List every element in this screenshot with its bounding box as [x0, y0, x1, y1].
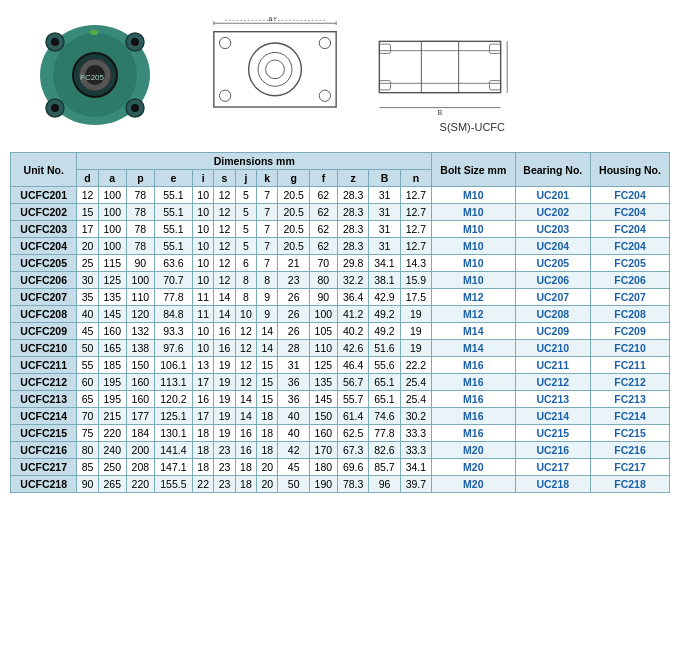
table-cell: UC207	[515, 289, 590, 306]
table-cell: 25	[77, 255, 98, 272]
table-cell: 10	[192, 238, 213, 255]
table-cell: 42.6	[337, 340, 368, 357]
table-cell: 42	[278, 442, 309, 459]
table-cell: 125	[309, 357, 337, 374]
table-cell: 10	[192, 255, 213, 272]
table-cell: 132	[126, 323, 154, 340]
table-cell: 40	[278, 425, 309, 442]
table-cell: 78	[126, 204, 154, 221]
table-cell: 138	[126, 340, 154, 357]
table-cell: 30	[77, 272, 98, 289]
table-cell: 23	[214, 476, 235, 493]
table-cell: UCFC207	[11, 289, 77, 306]
table-cell: UC215	[515, 425, 590, 442]
table-cell: 20	[257, 476, 278, 493]
sub-header-n: n	[400, 170, 431, 187]
table-cell: FC213	[591, 391, 670, 408]
svg-point-18	[219, 90, 230, 101]
table-cell: 55	[77, 357, 98, 374]
table-cell: UCFC211	[11, 357, 77, 374]
table-cell: M16	[432, 391, 515, 408]
housing-no-header: Housing No.	[591, 153, 670, 187]
table-cell: UCFC216	[11, 442, 77, 459]
table-cell: 55.1	[154, 238, 192, 255]
table-cell: 85	[77, 459, 98, 476]
table-cell: 46.4	[337, 357, 368, 374]
table-row: UCFC21470215177125.1171914184015061.474.…	[11, 408, 670, 425]
table-cell: 15	[77, 204, 98, 221]
table-cell: 15	[257, 391, 278, 408]
table-cell: UC206	[515, 272, 590, 289]
table-row: UCFC21575220184130.1181916184016062.577.…	[11, 425, 670, 442]
sub-header-f: f	[309, 170, 337, 187]
table-body: UCFC201121007855.110125720.56228.33112.7…	[11, 187, 670, 493]
table-cell: UC204	[515, 238, 590, 255]
diagram-container: a p	[195, 17, 510, 133]
table-cell: 18	[235, 459, 256, 476]
table-cell: 14	[214, 289, 235, 306]
svg-point-6	[51, 38, 59, 46]
table-cell: 33.3	[400, 442, 431, 459]
table-cell: FC204	[591, 187, 670, 204]
table-cell: 195	[98, 391, 126, 408]
table-cell: 19	[214, 374, 235, 391]
table-cell: UC203	[515, 221, 590, 238]
table-cell: 12	[214, 255, 235, 272]
table-cell: 14	[235, 408, 256, 425]
table-cell: 28.3	[337, 187, 368, 204]
table-cell: 80	[309, 272, 337, 289]
table-cell: 120.2	[154, 391, 192, 408]
sub-header-d: d	[77, 170, 98, 187]
table-cell: M14	[432, 323, 515, 340]
table-cell: 125	[98, 272, 126, 289]
table-cell: 70.7	[154, 272, 192, 289]
svg-rect-33	[379, 44, 390, 53]
sub-header-p: p	[126, 170, 154, 187]
product-photo: FC205	[25, 15, 165, 135]
table-cell: 31	[369, 221, 400, 238]
table-cell: 15	[257, 374, 278, 391]
table-cell: 42.9	[369, 289, 400, 306]
table-cell: 11	[192, 306, 213, 323]
table-cell: 19	[400, 306, 431, 323]
table-cell: 55.6	[369, 357, 400, 374]
table-cell: M12	[432, 306, 515, 323]
svg-point-9	[131, 104, 139, 112]
table-cell: 70	[309, 255, 337, 272]
table-cell: 31	[369, 187, 400, 204]
table-cell: 70	[77, 408, 98, 425]
diagram-label: S(SM)-UCFC	[195, 121, 510, 133]
table-cell: 63.6	[154, 255, 192, 272]
table-cell: 65.1	[369, 391, 400, 408]
table-cell: 32.2	[337, 272, 368, 289]
table-cell: 28.3	[337, 238, 368, 255]
table-cell: UC209	[515, 323, 590, 340]
table-cell: 105	[309, 323, 337, 340]
svg-text:p: p	[273, 17, 276, 20]
table-cell: 17	[192, 374, 213, 391]
table-cell: 23	[214, 442, 235, 459]
table-cell: 28.3	[337, 204, 368, 221]
table-cell: M16	[432, 357, 515, 374]
table-cell: 10	[235, 306, 256, 323]
table-cell: 40	[278, 408, 309, 425]
table-cell: 15	[257, 357, 278, 374]
table-cell: 14	[257, 323, 278, 340]
table-row: UCFC21785250208147.1182318204518069.685.…	[11, 459, 670, 476]
table-cell: 130.1	[154, 425, 192, 442]
table-row: UCFC204201007855.110125720.56228.33112.7…	[11, 238, 670, 255]
svg-rect-34	[489, 44, 500, 53]
table-cell: 90	[126, 255, 154, 272]
table-cell: 16	[235, 425, 256, 442]
table-cell: 56.7	[337, 374, 368, 391]
table-cell: 5	[235, 204, 256, 221]
table-cell: 80	[77, 442, 98, 459]
svg-rect-29	[379, 41, 500, 92]
table-cell: UC201	[515, 187, 590, 204]
table-cell: 74.6	[369, 408, 400, 425]
table-row: UCFC21155185150106.1131912153112546.455.…	[11, 357, 670, 374]
table-cell: UC205	[515, 255, 590, 272]
table-cell: 10	[192, 204, 213, 221]
table-cell: 19	[214, 357, 235, 374]
table-row: UCFC201121007855.110125720.56228.33112.7…	[11, 187, 670, 204]
